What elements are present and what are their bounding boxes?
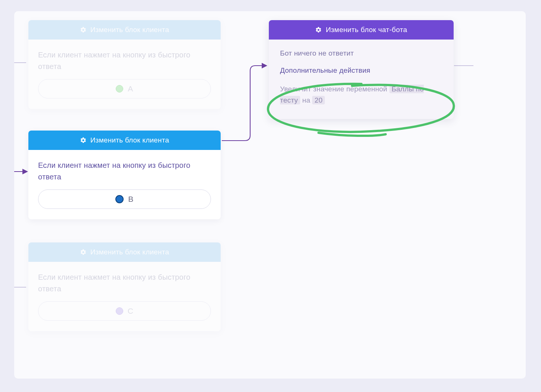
client-block-b-header[interactable]: Изменить блок клиента xyxy=(28,131,221,150)
bot-extra-actions-label: Дополнительные действия xyxy=(280,66,442,75)
bot-action-row[interactable]: Увеличит значение переменной Баллы по те… xyxy=(280,84,442,106)
client-block-c-title: Изменить блок клиента xyxy=(90,248,169,256)
bot-block-body: Бот ничего не ответит Дополнительные дей… xyxy=(269,40,454,119)
dot-icon xyxy=(115,195,124,203)
client-block-b-option[interactable]: B xyxy=(38,189,211,209)
client-block-a-option-label: A xyxy=(128,84,133,93)
client-block-c-header[interactable]: Изменить блок клиента xyxy=(28,242,221,262)
bot-action-value-tag: 20 xyxy=(312,96,325,104)
client-block-b-title: Изменить блок клиента xyxy=(90,136,169,144)
bot-block-header[interactable]: Изменить блок чат-бота xyxy=(269,20,454,40)
bot-no-reply-text: Бот ничего не ответит xyxy=(280,49,442,57)
gear-icon xyxy=(80,26,87,33)
gear-icon xyxy=(315,26,322,33)
bot-block[interactable]: Изменить блок чат-бота Бот ничего не отв… xyxy=(269,20,454,119)
flow-canvas[interactable]: Изменить блок клиента Если клиент нажмет… xyxy=(14,11,526,379)
bot-block-title: Изменить блок чат-бота xyxy=(326,26,407,34)
bot-action-prefix: Увеличит значение переменной xyxy=(280,85,387,93)
client-block-c-option-label: C xyxy=(128,307,134,316)
gear-icon xyxy=(80,249,87,255)
client-block-c-option[interactable]: C xyxy=(38,301,211,321)
client-block-c-body: Если клиент нажмет на кнопку из быстрого… xyxy=(28,262,221,331)
client-block-a[interactable]: Изменить блок клиента Если клиент нажмет… xyxy=(28,20,221,109)
client-block-a-body: Если клиент нажмет на кнопку из быстрого… xyxy=(28,40,221,109)
client-block-a-option[interactable]: A xyxy=(38,79,211,98)
client-block-b[interactable]: Изменить блок клиента Если клиент нажмет… xyxy=(28,131,221,219)
client-block-b-desc: Если клиент нажмет на кнопку из быстрого… xyxy=(38,160,211,183)
client-block-a-header[interactable]: Изменить блок клиента xyxy=(28,20,221,40)
client-block-a-title: Изменить блок клиента xyxy=(90,26,169,34)
client-block-c[interactable]: Изменить блок клиента Если клиент нажмет… xyxy=(28,242,221,331)
client-block-a-desc: Если клиент нажмет на кнопку из быстрого… xyxy=(38,49,211,72)
dot-icon xyxy=(116,85,123,92)
client-block-b-body: Если клиент нажмет на кнопку из быстрого… xyxy=(28,150,221,219)
client-block-b-option-label: B xyxy=(128,195,134,204)
gear-icon xyxy=(80,137,87,144)
dot-icon xyxy=(116,307,123,315)
client-block-c-desc: Если клиент нажмет на кнопку из быстрого… xyxy=(38,272,211,295)
bot-action-middle: на xyxy=(302,96,310,104)
